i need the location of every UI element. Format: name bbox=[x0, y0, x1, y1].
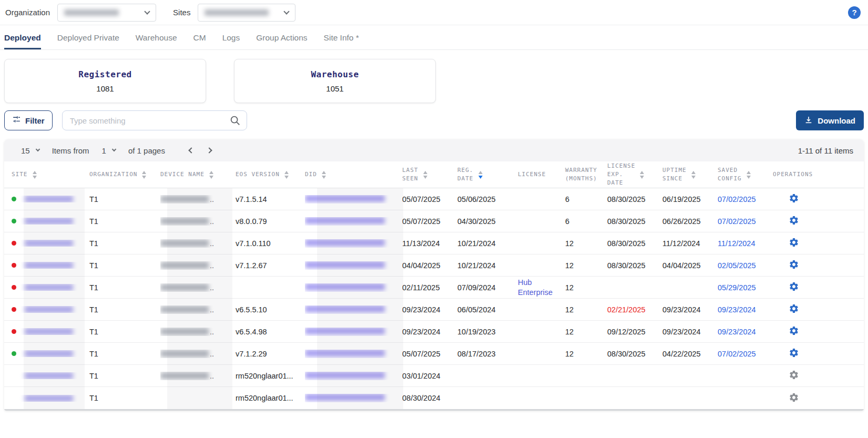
search-input[interactable] bbox=[62, 110, 247, 130]
column-header-eos[interactable]: EOS VERSION bbox=[236, 170, 305, 179]
column-header-reg-date[interactable]: REG. DATE bbox=[457, 166, 518, 183]
sort-arrows-icon[interactable] bbox=[640, 171, 644, 179]
next-page-button[interactable] bbox=[207, 148, 211, 152]
column-header-label: REG. DATE bbox=[457, 166, 474, 183]
settings-gear-icon[interactable] bbox=[789, 237, 799, 248]
tab-logs[interactable]: Logs bbox=[222, 27, 240, 49]
sort-arrows-icon[interactable] bbox=[33, 171, 37, 179]
saved-config-link[interactable]: 11/12/2024 bbox=[718, 239, 755, 248]
did-link-redacted[interactable] bbox=[305, 328, 385, 334]
tab-deployed[interactable]: Deployed bbox=[4, 27, 41, 49]
sort-arrows-icon[interactable] bbox=[478, 171, 483, 179]
did-link-redacted[interactable] bbox=[305, 283, 385, 290]
settings-gear-icon[interactable] bbox=[789, 348, 799, 358]
organization-select[interactable] bbox=[57, 4, 156, 22]
sites-select[interactable] bbox=[198, 4, 295, 22]
site-link-redacted[interactable] bbox=[25, 284, 73, 291]
license-link[interactable]: Hub Enterprise bbox=[518, 278, 561, 297]
cell-device-name: .. bbox=[160, 350, 236, 358]
column-header-label: LICENSE bbox=[518, 170, 546, 179]
settings-gear-icon[interactable] bbox=[789, 303, 799, 314]
cell-license-exp-date: 08/30/2025 bbox=[607, 195, 662, 203]
sort-asc-icon bbox=[33, 171, 37, 174]
column-header-saved-config[interactable]: SAVED CONFIG bbox=[718, 166, 773, 183]
cell-site bbox=[12, 240, 89, 247]
cell-saved-config: 02/05/2025 bbox=[718, 261, 773, 270]
column-header-org[interactable]: ORGANIZATION bbox=[89, 170, 160, 179]
site-link-redacted[interactable] bbox=[25, 218, 73, 225]
did-link-redacted[interactable] bbox=[305, 394, 385, 401]
cell-warranty-months: 6 bbox=[565, 217, 607, 226]
prev-page-button[interactable] bbox=[189, 148, 193, 152]
tab-warehouse[interactable]: Warehouse bbox=[136, 27, 177, 49]
items-from-label: Items from bbox=[52, 146, 89, 155]
cell-did bbox=[305, 239, 402, 248]
site-link-redacted[interactable] bbox=[25, 306, 73, 313]
did-link-redacted[interactable] bbox=[305, 217, 385, 224]
settings-gear-icon[interactable] bbox=[789, 281, 799, 292]
did-link-redacted[interactable] bbox=[305, 305, 385, 312]
column-header-did[interactable]: DID bbox=[305, 170, 402, 179]
saved-config-link[interactable]: 07/02/2025 bbox=[718, 217, 756, 226]
saved-config-link[interactable]: 07/02/2025 bbox=[718, 195, 756, 203]
settings-gear-icon[interactable] bbox=[789, 325, 799, 336]
site-link-redacted[interactable] bbox=[25, 372, 73, 379]
cell-warranty-months: 6 bbox=[565, 195, 607, 203]
cell-license: Hub Enterprise bbox=[518, 278, 565, 297]
tab-cm[interactable]: CM bbox=[193, 27, 206, 49]
cell-last-seen: 11/13/2024 bbox=[402, 239, 457, 248]
help-icon[interactable]: ? bbox=[848, 6, 861, 19]
saved-config-link[interactable]: 02/05/2025 bbox=[718, 261, 756, 270]
settings-gear-icon[interactable] bbox=[789, 193, 799, 203]
table-row: T1..v7.1.0.11011/13/202410/21/20241208/3… bbox=[4, 232, 864, 254]
saved-config-link[interactable]: 05/29/2025 bbox=[718, 283, 756, 292]
site-link-redacted[interactable] bbox=[25, 395, 73, 402]
site-link-redacted[interactable] bbox=[25, 328, 73, 335]
cell-did bbox=[305, 328, 402, 336]
column-header-warranty: WARRANTY (MONTHS) bbox=[565, 166, 607, 183]
did-link-redacted[interactable] bbox=[305, 261, 385, 268]
sort-arrows-icon[interactable] bbox=[142, 171, 146, 179]
column-header-label: ORGANIZATION bbox=[89, 170, 137, 179]
cell-site bbox=[12, 372, 89, 379]
cell-operations bbox=[773, 348, 864, 360]
tab-deployed-private[interactable]: Deployed Private bbox=[57, 27, 119, 49]
site-link-redacted[interactable] bbox=[25, 350, 73, 357]
device-name-suffix: .. bbox=[210, 239, 214, 248]
did-link-redacted[interactable] bbox=[305, 239, 385, 246]
filter-button[interactable]: Filter bbox=[4, 110, 53, 130]
device-name-redacted bbox=[160, 196, 209, 202]
sort-arrows-icon[interactable] bbox=[209, 171, 213, 179]
page-select[interactable]: 1 bbox=[102, 146, 116, 155]
sort-arrows-icon[interactable] bbox=[423, 171, 427, 179]
site-link-redacted[interactable] bbox=[25, 262, 73, 269]
download-button[interactable]: Download bbox=[796, 110, 864, 130]
page-size-select[interactable]: 15 bbox=[21, 146, 39, 155]
did-link-redacted[interactable] bbox=[305, 372, 385, 379]
sort-arrows-icon[interactable] bbox=[747, 171, 751, 179]
column-header-uptime-since[interactable]: UPTIME SINCE bbox=[662, 166, 718, 183]
sort-arrows-icon[interactable] bbox=[284, 171, 289, 179]
tab-group-actions[interactable]: Group Actions bbox=[256, 27, 307, 49]
column-header-label: DID bbox=[305, 170, 317, 179]
saved-config-link[interactable]: 09/23/2024 bbox=[718, 305, 756, 314]
did-link-redacted[interactable] bbox=[305, 350, 385, 356]
site-link-redacted[interactable] bbox=[25, 196, 73, 202]
saved-config-link[interactable]: 09/23/2024 bbox=[718, 328, 756, 336]
settings-gear-icon[interactable] bbox=[789, 370, 799, 380]
site-link-redacted[interactable] bbox=[25, 240, 73, 247]
settings-gear-icon[interactable] bbox=[789, 215, 799, 226]
search-icon[interactable] bbox=[229, 115, 241, 128]
column-header-site[interactable]: SITE bbox=[12, 170, 89, 179]
column-header-last-seen[interactable]: LAST SEEN bbox=[402, 166, 457, 183]
did-link-redacted[interactable] bbox=[305, 195, 385, 202]
column-header-device[interactable]: DEVICE NAME bbox=[160, 170, 236, 179]
cell-last-seen: 05/07/2025 bbox=[402, 195, 457, 203]
tab-site-info[interactable]: Site Info * bbox=[324, 27, 359, 49]
column-header-license-exp[interactable]: LICENSE EXP. DATE bbox=[607, 162, 662, 187]
settings-gear-icon[interactable] bbox=[789, 259, 799, 270]
sort-arrows-icon[interactable] bbox=[322, 171, 326, 179]
saved-config-link[interactable]: 07/02/2025 bbox=[718, 350, 756, 358]
sort-arrows-icon[interactable] bbox=[691, 171, 696, 179]
settings-gear-icon[interactable] bbox=[789, 392, 799, 403]
